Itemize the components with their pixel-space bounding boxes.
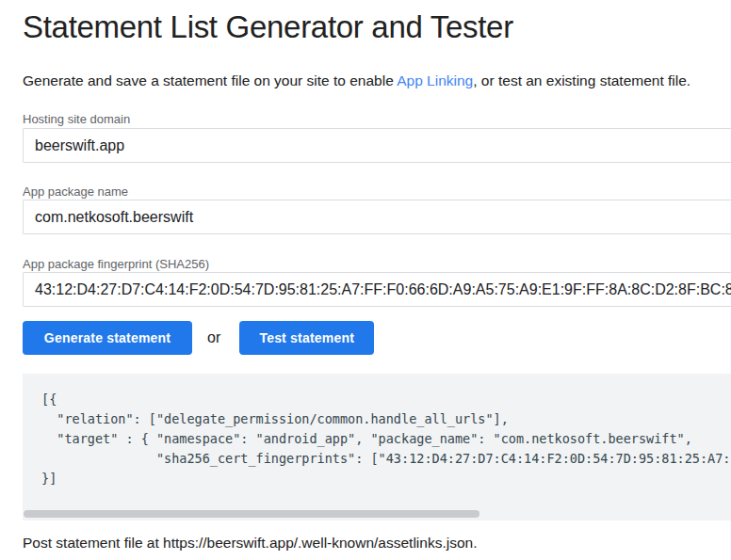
app-package-name-input[interactable] <box>23 200 731 234</box>
hosting-site-domain-label: Hosting site domain <box>23 112 130 126</box>
intro-text: Generate and save a statement file on yo… <box>23 72 690 89</box>
app-linking-link[interactable]: App Linking <box>397 72 473 88</box>
intro-text-before: Generate and save a statement file on yo… <box>23 72 397 88</box>
statement-output-block[interactable]: [{ "relation": ["delegate_permission/com… <box>23 374 731 520</box>
actions-row: Generate statement or Test statement <box>23 321 374 355</box>
app-package-fingerprint-input[interactable] <box>23 272 731 307</box>
statement-json-code: [{ "relation": ["delegate_permission/com… <box>41 390 731 488</box>
horizontal-scrollbar-thumb[interactable] <box>24 510 479 518</box>
intro-text-after: , or test an existing statement file. <box>473 72 690 88</box>
or-text: or <box>207 329 220 346</box>
hosting-site-domain-input[interactable] <box>23 128 731 163</box>
test-statement-button[interactable]: Test statement <box>239 321 374 355</box>
app-package-fingerprint-label: App package fingerprint (SHA256) <box>23 257 209 271</box>
post-instruction-text: Post statement file at https://beerswift… <box>23 534 477 552</box>
statement-generator-page: Statement List Generator and Tester Gene… <box>0 0 731 560</box>
generate-statement-button[interactable]: Generate statement <box>23 321 192 355</box>
app-package-name-label: App package name <box>23 184 128 199</box>
page-title: Statement List Generator and Tester <box>23 10 513 44</box>
